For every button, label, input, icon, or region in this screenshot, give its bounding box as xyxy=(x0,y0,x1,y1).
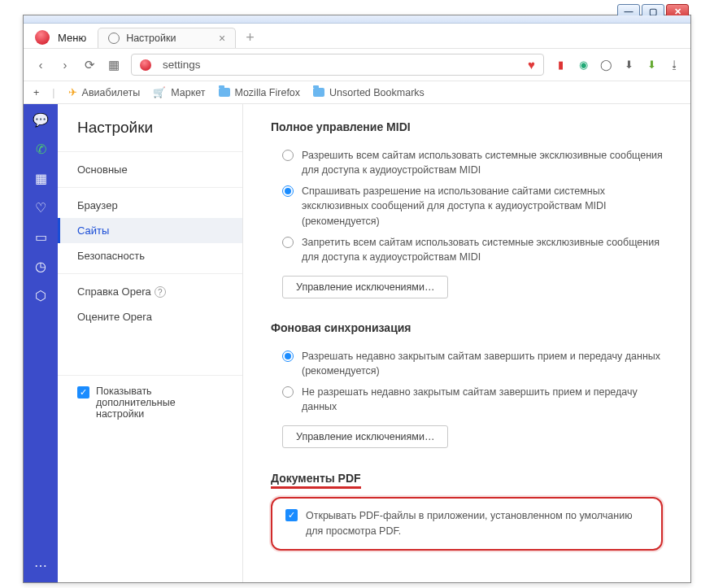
speed-dial-icon[interactable]: ▦ xyxy=(107,58,121,72)
midi-option-deny[interactable]: Запретить всем сайтам использовать систе… xyxy=(271,232,663,268)
help-icon: ? xyxy=(155,286,166,298)
section-title: Документы PDF xyxy=(271,472,361,489)
add-bookmark-button[interactable]: + xyxy=(33,87,39,98)
opera-window: — ▢ ✕ Меню Настройки × + ‹ › ⟳ ▦ ♥ ▮ ◉ ◯… xyxy=(23,15,691,583)
folder-icon xyxy=(219,88,230,97)
bgsync-option-deny[interactable]: Не разрешать недавно закрытым сайтам зав… xyxy=(271,381,663,417)
nav-item-security[interactable]: Безопасность xyxy=(58,243,242,268)
messenger-icon[interactable]: 💬 xyxy=(32,111,50,128)
forward-button[interactable]: › xyxy=(58,58,72,72)
bgsync-option-allow[interactable]: Разрешать недавно закрытым сайтам заверш… xyxy=(271,346,663,381)
heart-icon[interactable]: ♡ xyxy=(32,198,50,216)
address-bar[interactable]: ♥ xyxy=(131,54,544,76)
navigation-bar: ‹ › ⟳ ▦ ♥ ▮ ◉ ◯ ⬇ ⬇ ⭳ xyxy=(24,49,690,81)
midi-option-ask[interactable]: Спрашивать разрешение на использование с… xyxy=(271,181,663,231)
opera-logo-icon xyxy=(35,30,50,45)
downloads-icon[interactable]: ⭳ xyxy=(668,59,681,72)
bookmark-item[interactable]: Unsorted Bookmarks xyxy=(313,87,425,98)
back-button[interactable]: ‹ xyxy=(33,58,48,72)
midi-exceptions-button[interactable]: Управление исключениями… xyxy=(282,276,448,298)
show-advanced-checkbox[interactable]: ✓ Показывать дополнительные настройки xyxy=(58,375,242,429)
bgsync-exceptions-button[interactable]: Управление исключениями… xyxy=(282,425,448,448)
radio-icon xyxy=(282,237,294,248)
url-input[interactable] xyxy=(163,59,520,71)
whatsapp-icon[interactable]: ✆ xyxy=(32,140,50,158)
settings-content: Полное управление MIDI Разрешить всем са… xyxy=(243,104,690,582)
bookmark-heart-icon[interactable]: ♥ xyxy=(528,58,535,72)
midi-option-allow[interactable]: Разрешить всем сайтам использовать систе… xyxy=(271,145,663,181)
pdf-checkbox-highlight[interactable]: ✓ Открывать PDF-файлы в приложении, уста… xyxy=(271,497,663,551)
main-area: 💬 ✆ ▦ ♡ ▭ ◷ ⬡ ⋯ Настройки Основные Брауз… xyxy=(24,104,690,582)
new-tab-button[interactable]: + xyxy=(241,29,259,46)
radio-checked-icon xyxy=(282,351,294,362)
radio-checked-icon xyxy=(282,185,294,197)
shield-icon[interactable]: ◯ xyxy=(599,59,612,72)
tab-settings[interactable]: Настройки × xyxy=(98,28,236,48)
nav-item-basic[interactable]: Основные xyxy=(58,157,242,182)
extension-icon-3[interactable]: ⬇ xyxy=(645,59,658,72)
sidebar-toggle-icon[interactable]: ⋯ xyxy=(32,556,50,574)
tab-bar: Меню Настройки × + xyxy=(24,24,690,49)
nav-item-sites[interactable]: Сайты xyxy=(58,218,242,243)
extension-icon-1[interactable]: ▮ xyxy=(554,59,567,72)
pdf-section: Документы PDF ✓ Открывать PDF-файлы в пр… xyxy=(271,471,663,551)
bookmarks-bar: + | ✈Авиабилеты 🛒Маркет Mozilla Firefox … xyxy=(24,81,690,104)
clock-icon[interactable]: ◷ xyxy=(32,257,50,275)
section-title: Полное управление MIDI xyxy=(271,120,663,133)
download-arrow-icon[interactable]: ⬇ xyxy=(622,59,635,72)
news-icon[interactable]: ▭ xyxy=(32,228,50,246)
folder-icon xyxy=(313,88,324,97)
tab-close-icon[interactable]: × xyxy=(219,33,225,44)
radio-icon xyxy=(282,386,294,398)
bgsync-section: Фоновая синхронизация Разрешать недавно … xyxy=(271,321,663,449)
extension-icon-2[interactable]: ◉ xyxy=(577,59,590,72)
nav-item-help[interactable]: Справка Opera? xyxy=(58,279,242,304)
midi-section: Полное управление MIDI Разрешить всем са… xyxy=(271,120,663,298)
opera-menu-button[interactable]: Меню xyxy=(28,27,93,48)
nav-item-browser[interactable]: Браузер xyxy=(58,193,242,218)
reload-button[interactable]: ⟳ xyxy=(82,58,97,72)
settings-navigation: Настройки Основные Браузер Сайты Безопас… xyxy=(58,104,243,582)
bookmark-item[interactable]: 🛒Маркет xyxy=(153,86,205,98)
grid-icon[interactable]: ▦ xyxy=(32,169,50,187)
page-title: Настройки xyxy=(58,119,242,151)
section-title: Фоновая синхронизация xyxy=(271,321,663,334)
nav-item-rate[interactable]: Оцените Opera xyxy=(58,304,242,329)
checkbox-checked-icon: ✓ xyxy=(77,386,89,399)
radio-icon xyxy=(282,150,294,161)
tab-title: Настройки xyxy=(126,33,176,44)
messenger-sidebar: 💬 ✆ ▦ ♡ ▭ ◷ ⬡ ⋯ xyxy=(24,104,58,582)
box-icon[interactable]: ⬡ xyxy=(32,286,50,304)
gear-icon xyxy=(108,33,120,44)
pdf-checkbox-label: Открывать PDF-файлы в приложении, устано… xyxy=(306,508,648,539)
bookmark-item[interactable]: Mozilla Firefox xyxy=(219,87,301,98)
bookmark-item[interactable]: ✈Авиабилеты xyxy=(68,86,141,98)
menu-label: Меню xyxy=(58,32,86,44)
opera-url-icon xyxy=(140,59,151,71)
checkbox-checked-icon: ✓ xyxy=(285,509,298,521)
titlebar xyxy=(24,15,690,24)
